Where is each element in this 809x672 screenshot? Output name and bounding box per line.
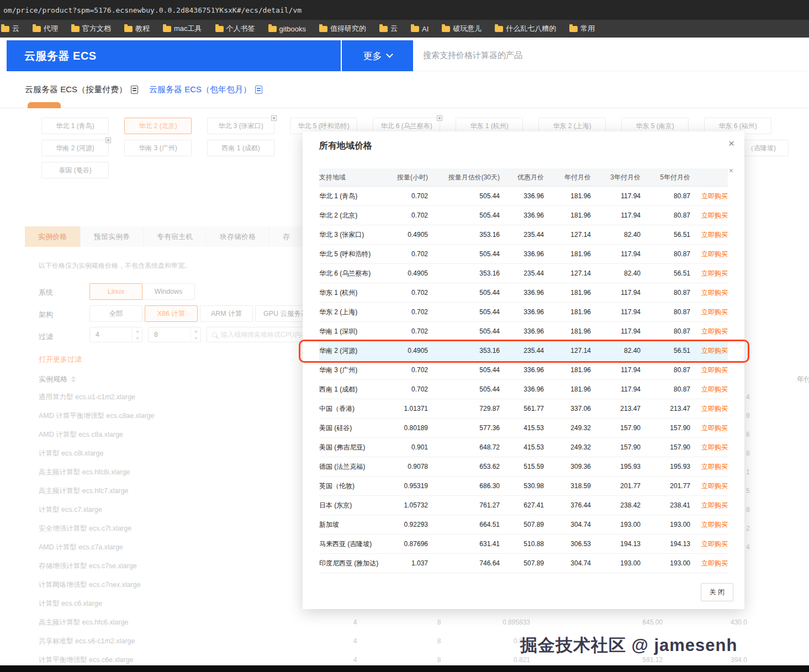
price-cell: 0.4905 [389,347,428,354]
buy-now-link[interactable]: 立即购买 [690,192,728,201]
price-cell: 336.96 [500,289,544,297]
region-name-cell: 华北 3 (张家口) [319,230,389,240]
more-menu-button[interactable]: 更多 [342,40,413,71]
price-cell: 304.74 [544,521,591,528]
close-icon[interactable]: × [728,138,734,149]
buy-now-link[interactable]: 立即购买 [690,520,728,530]
bookmark-label: 值得研究的 [330,24,366,34]
price-cell: 117.94 [591,327,641,335]
price-cell: 561.77 [500,405,544,412]
region-name-cell: 华北 1 (青岛) [319,192,389,201]
region-name-cell: 华东 2 (上海) [319,308,389,317]
price-cell: 729.87 [428,405,500,412]
buy-now-link[interactable]: 立即购买 [690,288,728,298]
column-header: 5年付月价 [641,173,690,182]
price-cell: 336.96 [500,327,544,335]
bookmark-item[interactable]: 个人书签 [215,24,255,34]
column-header: 支持地域 [319,173,389,182]
buy-now-link[interactable]: 立即购买 [690,539,728,549]
buy-now-link[interactable]: 立即购买 [690,462,728,472]
price-table-row: 华北 3 (张家口)0.4905353.16235.44127.1482.405… [319,225,728,245]
price-cell: 127.14 [544,347,591,354]
buy-now-link[interactable]: 立即购买 [690,404,728,414]
folder-icon [215,26,224,32]
price-cell: 157.90 [641,424,690,432]
more-label: 更多 [363,50,382,62]
buy-now-link[interactable]: 立即购买 [690,443,728,452]
buy-now-link[interactable]: 立即购买 [690,230,728,240]
region-prices-modal: 所有地域价格 × × 支持地域按量(小时)按量月估价(30天)优惠月价年付月价3… [303,131,744,609]
price-cell: 648.72 [428,443,500,451]
bookmark-item[interactable]: 代理 [33,24,58,34]
buy-now-link[interactable]: 立即购买 [690,250,728,259]
buy-now-link[interactable]: 立即购买 [690,559,728,568]
product-search-input[interactable]: 搜索支持价格计算器的产品 [413,40,809,71]
folder-icon [442,26,450,32]
bookmark-item[interactable]: 官方文档 [71,24,111,34]
bookmark-label: 云 [12,24,19,34]
bookmark-label: gitbooks [279,25,306,33]
price-cell: 1.05732 [389,501,428,509]
buy-now-link[interactable]: 立即购买 [690,424,728,433]
price-table-row: 华南 1 (深圳)0.702505.44336.96181.96117.9480… [319,322,728,341]
bookmark-item[interactable]: 什么乱七八糟的 [495,24,556,34]
screen: om/price/product?spm=5176.ecsnewbuy.0.0.… [0,0,809,672]
bookmark-item[interactable]: 常用 [569,24,595,34]
region-name-cell: 西南 1 (成都) [319,385,389,394]
region-name-cell: 华北 2 (北京) [319,211,389,220]
bookmark-label: 代理 [44,24,58,34]
column-header: 优惠月价 [500,173,544,182]
bookmark-item[interactable]: 云 [379,24,398,34]
price-table-row: 德国 (法兰克福)0.9078653.62515.59309.36195.931… [319,457,728,477]
bookmark-item[interactable]: AI [411,25,429,33]
price-cell: 761.27 [428,501,500,509]
price-cell: 505.44 [428,327,500,335]
price-cell: 213.47 [591,405,641,412]
buy-now-link[interactable]: 立即购买 [690,327,728,336]
bookmark-item[interactable]: mac工具 [163,24,202,34]
price-table-row: 美国 (硅谷)0.80189577.36415.53249.32157.9015… [319,419,728,438]
price-cell: 1.037 [389,559,428,567]
price-cell: 0.95319 [389,482,428,490]
price-cell: 353.16 [428,347,500,354]
close-button[interactable]: 关 闭 [701,583,733,601]
price-cell: 193.00 [591,521,641,528]
price-cell: 181.96 [544,366,591,374]
price-cell: 306.53 [544,540,591,548]
price-cell: 127.14 [544,231,591,239]
buy-now-link[interactable]: 立即购买 [690,366,728,375]
bookmark-item[interactable]: 云 [1,24,19,34]
product-tabs-row: 云服务器 ECS（按量付费） 云服务器 ECS（包年包月） [0,71,809,108]
buy-now-link[interactable]: 立即购买 [690,211,728,220]
price-table-row: 华北 5 (呼和浩特)0.702505.44336.96181.96117.94… [319,245,728,264]
buy-now-link[interactable]: 立即购买 [690,501,728,510]
table-close-icon[interactable]: × [729,167,733,174]
price-cell: 0.87696 [389,540,428,548]
bookmarks-bar: 云代理官方文档教程mac工具个人书签gitbooks值得研究的云AI破玩意儿什么… [0,20,809,38]
folder-icon [379,26,388,32]
price-cell: 249.32 [544,424,591,432]
price-cell: 318.59 [544,482,591,490]
region-name-cell: 美国 (硅谷) [319,424,389,433]
price-cell: 80.87 [641,327,690,335]
column-header: 按量(小时) [389,173,428,182]
bookmark-item[interactable]: 破玩意儿 [442,24,482,34]
region-name-cell: 中国（香港) [319,404,389,414]
price-cell: 0.901 [389,443,428,451]
buy-now-link[interactable]: 立即购买 [690,308,728,317]
chevron-down-icon [386,51,393,58]
bookmark-item[interactable]: 教程 [124,24,150,34]
region-name-cell: 华南 2 (河源) [319,346,389,356]
price-cell: 507.89 [500,521,544,528]
buy-now-link[interactable]: 立即购买 [690,385,728,394]
bookmark-item[interactable]: gitbooks [268,25,306,33]
buy-now-link[interactable]: 立即购买 [690,269,728,278]
region-name-cell: 德国 (法兰克福) [319,462,389,472]
buy-now-link[interactable]: 立即购买 [690,346,728,356]
buy-now-link[interactable]: 立即购买 [690,481,728,491]
tab-subscription[interactable]: 云服务器 ECS（包年包月） [149,71,262,108]
price-cell: 510.88 [500,540,544,548]
price-cell: 181.96 [544,211,591,219]
bookmark-item[interactable]: 值得研究的 [319,24,366,34]
folder-icon [33,26,41,32]
